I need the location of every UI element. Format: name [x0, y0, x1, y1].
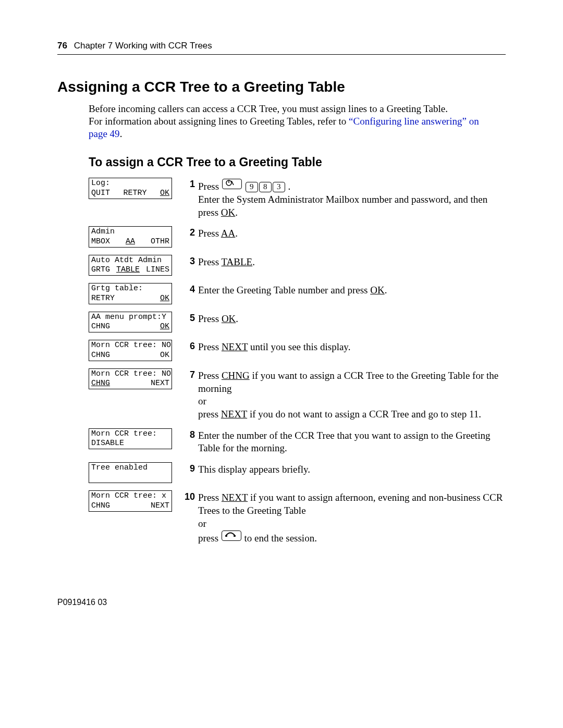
- text: or: [198, 518, 206, 529]
- softkey-ref: TABLE: [222, 256, 253, 267]
- softkey-1: CHNG: [91, 322, 110, 331]
- softkey-1: RETRY: [91, 294, 115, 303]
- step-number: 7: [177, 368, 198, 380]
- step-text: Press AA.: [198, 226, 506, 240]
- text: .: [252, 256, 255, 267]
- lcd-display: Grtg table: RETRY OK: [89, 283, 172, 304]
- text: .: [235, 228, 238, 239]
- text: if you do not want to assign a CCR Tree …: [247, 409, 481, 419]
- softkey-ref: OK: [222, 313, 236, 324]
- softkey-ref: NEXT: [222, 492, 248, 503]
- lcd-softkeys: QUIT RETRY OK: [91, 189, 169, 198]
- step-row: Morn CCR tree: DISABLE 8 Enter the numbe…: [89, 428, 506, 455]
- softkey-3: OTHR: [151, 237, 169, 246]
- cross-ref-link[interactable]: “Configuring line answering” on: [349, 116, 479, 127]
- lcd-softkeys: CHNG NEXT: [91, 501, 169, 510]
- step-number: 2: [177, 226, 198, 238]
- step-row: Grtg table: RETRY OK 4 Enter the Greetin…: [89, 283, 506, 304]
- softkey-ref: OK: [221, 207, 235, 218]
- lcd-softkeys: RETRY OK: [91, 294, 169, 303]
- softkey-2: RETRY: [123, 189, 146, 198]
- step-row: Morn CCR tree: NO CHNG NEXT 7 Press CHNG…: [89, 368, 506, 421]
- lcd-line-1: Morn CCR tree: NO: [91, 369, 169, 378]
- softkey-1: CHNG: [91, 351, 110, 360]
- step-text: Press OK.: [198, 312, 506, 326]
- lcd-line-1: Log:: [91, 179, 169, 188]
- intro-text: Before incoming callers can access a CCR…: [89, 103, 448, 114]
- intro-text-2: For information about assigning lines to…: [89, 116, 349, 127]
- lcd-softkeys: CHNG OK: [91, 322, 169, 331]
- softkey-3: OK: [160, 294, 169, 303]
- page-number: 76: [57, 41, 67, 51]
- lcd-line-1: Tree enabled: [91, 463, 169, 472]
- text: press: [198, 533, 221, 544]
- text: or: [198, 396, 206, 406]
- softkey-ref: CHNG: [222, 370, 250, 381]
- digit-key: 9: [246, 182, 258, 192]
- step-row: AA menu prompt:Y CHNG OK 5 Press OK.: [89, 312, 506, 333]
- lcd-display: AA menu prompt:Y CHNG OK: [89, 312, 172, 333]
- softkey-ref: NEXT: [221, 409, 247, 419]
- text: Press: [198, 370, 222, 381]
- text: Press: [198, 181, 222, 192]
- heading-2: To assign a CCR Tree to a Greeting Table: [89, 155, 506, 169]
- lcd-softkeys: GRTG TABLE LINES: [91, 265, 169, 274]
- lcd-line-1: AA menu prompt:Y: [91, 313, 169, 322]
- softkey-ref: AA: [221, 228, 235, 239]
- text: Enter the System Administrator Mailbox n…: [198, 194, 487, 218]
- text: Press: [198, 341, 222, 352]
- step-row: Morn CCR tree: x CHNG NEXT 10 Press NEXT…: [89, 490, 506, 545]
- step-number: 9: [177, 462, 198, 474]
- step-row: Tree enabled 9 This display appears brie…: [89, 462, 506, 484]
- chapter-title: Chapter 7 Working with CCR Trees: [74, 41, 212, 51]
- feature-key-icon: [222, 179, 242, 189]
- text: .: [286, 181, 291, 192]
- softkey-ref: NEXT: [222, 341, 248, 352]
- lcd-display: Auto Atdt Admin GRTG TABLE LINES: [89, 255, 172, 276]
- lcd-softkeys: CHNG OK: [91, 351, 169, 360]
- softkey-1: MBOX: [91, 237, 110, 246]
- intro-period: .: [120, 128, 123, 139]
- text: .: [235, 207, 238, 218]
- softkey-1: [91, 473, 96, 482]
- lcd-display: Admin MBOX AA OTHR: [89, 226, 172, 248]
- step-number: 10: [177, 490, 198, 502]
- lcd-line-1: Admin: [91, 227, 169, 236]
- text: Enter the Greeting Table number and pres…: [198, 285, 370, 295]
- cross-ref-link-2[interactable]: page 49: [89, 128, 120, 139]
- softkey-3: OK: [160, 322, 169, 331]
- release-key-icon: [222, 530, 241, 541]
- lcd-line-1: Auto Atdt Admin: [91, 256, 169, 265]
- text: .: [385, 285, 387, 295]
- step-row: Admin MBOX AA OTHR 2 Press AA.: [89, 226, 506, 248]
- step-text: Press TABLE.: [198, 255, 506, 269]
- lcd-line-1: Grtg table:: [91, 284, 169, 293]
- softkey-1: GRTG: [91, 265, 110, 274]
- softkey-1: CHNG: [91, 379, 110, 388]
- lcd-softkeys: MBOX AA OTHR: [91, 237, 169, 246]
- procedure-steps: Log: QUIT RETRY OK 1 Press 983 . Enter t…: [89, 178, 506, 545]
- step-number: 4: [177, 283, 198, 295]
- text: Press: [198, 228, 221, 239]
- lcd-display: Morn CCR tree: NO CHNG NEXT: [89, 368, 172, 390]
- lcd-line-1: Morn CCR tree: x: [91, 491, 169, 500]
- softkey-2: TABLE: [116, 265, 140, 274]
- digit-key: 3: [273, 182, 285, 192]
- digit-key: 8: [259, 182, 272, 192]
- step-row: Morn CCR tree: NO CHNG OK 6 Press NEXT u…: [89, 340, 506, 361]
- text: Press: [198, 492, 222, 503]
- lcd-softkeys: [91, 473, 169, 482]
- softkey-3: NEXT: [151, 501, 169, 510]
- heading-1: Assigning a CCR Tree to a Greeting Table: [57, 79, 506, 95]
- lcd-display: Morn CCR tree: x CHNG NEXT: [89, 490, 172, 512]
- lcd-line-1: Morn CCR tree:: [91, 429, 169, 438]
- step-row: Auto Atdt Admin GRTG TABLE LINES 3 Press…: [89, 255, 506, 276]
- softkey-3: NEXT: [151, 379, 169, 388]
- document-id: P0919416 03: [57, 598, 107, 607]
- step-text: Enter the Greeting Table number and pres…: [198, 283, 506, 297]
- text: until you see this display.: [248, 341, 350, 352]
- step-number: 8: [177, 428, 198, 440]
- step-text: Press CHNG if you want to assign a CCR T…: [198, 368, 506, 421]
- step-number: 1: [177, 178, 198, 190]
- step-row: Log: QUIT RETRY OK 1 Press 983 . Enter t…: [89, 178, 506, 219]
